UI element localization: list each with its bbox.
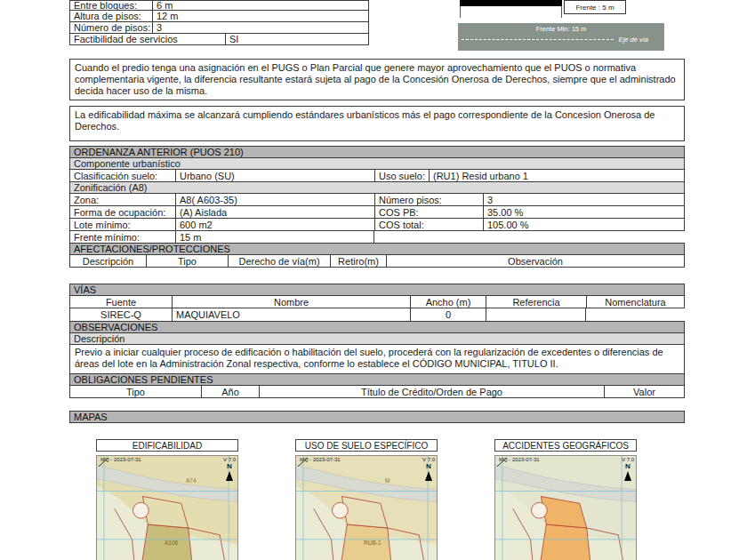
col-fuente: Fuente [70,296,172,308]
irm-document: Entre bloques: 6 m Altura de pisos: 12 m… [69,0,685,560]
fuente-value: SIREC-Q [70,308,172,321]
cos-total-label: COS total: [374,219,483,230]
section-observaciones: OBSERVACIONES [69,321,685,333]
subsection-descripcion: Descripción [69,332,685,345]
numero-pisos-label: Número pisos: [374,194,483,205]
north-letter: N [425,463,432,470]
table-row: Factibilidad de servicios SI [69,33,369,45]
col-tipo: Tipo [70,386,201,397]
zone-label: RUB-1 [364,540,382,546]
col-ancho: Ancho (m) [410,296,486,308]
forma-ocupacion-label: Forma de ocupación: [70,206,175,218]
col-observacion: Observación [386,255,684,267]
col-nombre: Nombre [172,296,410,308]
col-tipo: Tipo [146,255,228,267]
axis-dashed-line [462,39,614,40]
table-row: Número de pisos: 3 [69,21,369,34]
clasificacion-label: Clasificación suelo: [70,170,175,181]
row-label: Entre bloques: [70,1,152,10]
road-band: Frente Min: 15 m Eje de vía [458,23,664,51]
row-value: SI [225,34,368,44]
map-image: MQ - 2023-07-31 V 7.0 N M RUB-1 [295,455,438,560]
maps-row: EDIFICABILIDAD MQ - 2023 [96,439,637,560]
map-image: MQ - 2023-07-31 V 7.0 N [494,455,637,560]
note-edificabilidad: La edificabilidad máxima se alcanzará cu… [69,106,685,141]
lot-line [460,6,461,18]
north-arrow-shape [624,471,631,481]
note-pugs: Cuando el predio tenga una asignación en… [69,59,685,100]
map-title: EDIFICABILIDAD [96,439,238,452]
numero-pisos-value: 3 [483,194,684,205]
col-referencia: Referencia [486,296,586,308]
cos-pb-value: 35.00 % [483,206,684,218]
edificability-table: Entre bloques: 6 m Altura de pisos: 12 m… [69,0,369,45]
section-vias: VÍAS [69,284,685,296]
north-arrow-shape [226,471,233,481]
road-axis: Eje de vía [462,36,661,44]
north-arrow-icon: N [425,463,432,481]
col-nomenclatura: Nomenclatura [586,296,684,308]
map-title: USO DE SUELO ESPECÍFICO [295,439,438,452]
obligaciones-header-row: Tipo Año Título de Crédito/Orden de Pago… [69,385,685,398]
map-stamp-date: MQ - 2023-07-31 [300,457,341,462]
frente-minimo-label: Frente mínimo: [70,231,175,243]
zona-label: Zona: [70,194,175,205]
col-retiro: Retiro(m) [330,255,386,267]
vias-data-row: SIREC-Q MAQUIAVELO 0 [69,308,586,322]
observaciones-text: Previo a iniciar cualquier proceso de ed… [69,344,685,374]
map-image: MQ - 2023-07-31 V 7.0 N A74 A106 [96,455,238,560]
subsection-componente-urbanistico: Componente urbanístico [69,157,685,170]
parcel-map-graphic [495,456,636,560]
zonificacion-row: Forma de ocupación: (A) Aislada COS PB: … [69,205,685,219]
document-page: { "colors": { "section_header_bg": "#b5b… [0,0,747,560]
col-descripcion: Descripción [70,255,146,267]
lote-minimo-label: Lote mínimo: [70,219,175,230]
zona-value: A8( A603-35) [175,194,374,205]
map-stamp-date: MQ - 2023-07-31 [100,457,141,462]
zonificacion-row: Lote mínimo: 600 m2 COS total: 105.00 % [69,218,685,231]
clasificacion-value: Urbano (SU) [175,170,374,181]
north-arrow-icon: N [624,463,631,481]
zone-label: M [385,477,390,484]
lot-line [561,6,562,18]
table-row: Entre bloques: 6 m [69,0,369,11]
map-stamp-date: MQ - 2023-07-31 [499,457,540,462]
row-label: Número de pisos: [70,22,152,33]
col-titulo-credito: Título de Crédito/Orden de Pago [259,386,604,397]
ancho-value: 0 [410,308,486,321]
north-arrow-icon: N [226,463,233,481]
zone-label: A74 [186,477,197,484]
vias-header-row: Fuente Nombre Ancho (m) Referencia Nomen… [69,295,685,308]
componente-row: Clasificación suelo: Urbano (SU) Uso sue… [69,169,685,182]
uso-suelo-value: (RU1) Resid urbano 1 [429,170,684,181]
row-value: 12 m [152,11,368,21]
map-title: ACCIDENTES GEOGRÁFICOS [494,439,637,452]
frente-label: Frente : 5 m [564,0,626,14]
zonificacion-row: Zona: A8( A603-35) Número pisos: 3 [69,193,685,206]
north-letter: N [624,463,631,470]
lote-minimo-value: 600 m2 [175,219,374,230]
map-accidentes-geograficos: ACCIDENTES GEOGRÁFICOS M [494,439,637,560]
nombre-value: MAQUIAVELO [172,308,410,321]
zonificacion-row: Frente mínimo: 15 m [69,230,374,244]
top-block: Entre bloques: 6 m Altura de pisos: 12 m… [69,0,685,52]
section-obligaciones: OBLIGACIONES PENDIENTES [69,373,685,386]
row-value: 3 [152,22,368,33]
north-arrow-shape [425,471,432,481]
subsection-zonificacion: Zonificación (A8) [69,181,685,194]
col-valor: Valor [604,386,684,397]
col-anio: Año [201,386,259,397]
row-label: Factibilidad de servicios [70,34,225,44]
building-block-shape [460,0,562,6]
table-row: Altura de pisos: 12 m [69,10,369,22]
forma-ocupacion-value: (A) Aislada [175,206,374,218]
frente-min-label: Frente Min: 15 m [462,25,661,33]
street-front-diagram: Frente : 5 m Frente Min: 15 m Eje de vía [458,0,664,52]
map-edificabilidad: EDIFICABILIDAD MQ - 2023 [96,439,238,560]
frente-minimo-value: 15 m [175,231,374,243]
north-letter: N [226,463,233,470]
map-uso-suelo: USO DE SUELO ESPECÍFICO [295,439,438,560]
section-ordenanza-anterior: ORDENANZA ANTERIOR (PUOS 210) [69,146,685,158]
zone-label: A106 [165,540,178,546]
cos-total-value: 105.00 % [483,219,684,230]
